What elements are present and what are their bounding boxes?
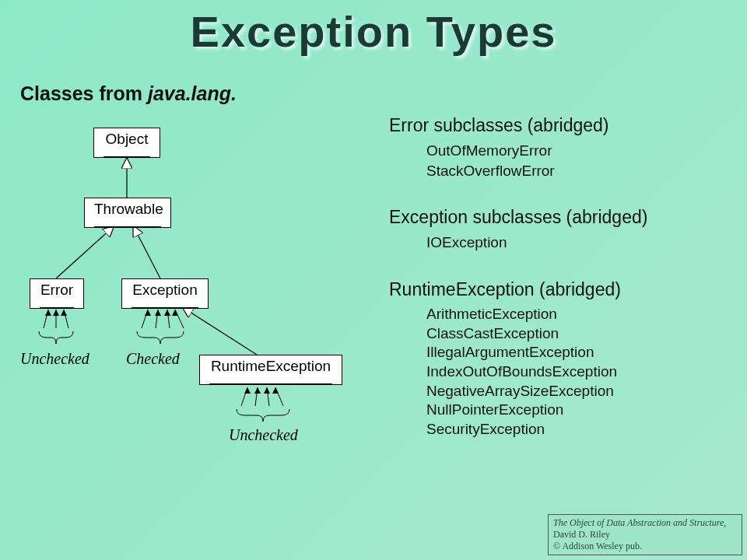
citation-copyright: © Addison Wesley pub.	[553, 541, 642, 551]
section-items-exception: IOException	[426, 233, 731, 253]
svg-marker-9	[61, 310, 67, 316]
svg-line-16	[175, 310, 184, 328]
section-heading-runtime: RuntimeException (abridged)	[389, 279, 731, 300]
svg-line-12	[156, 310, 158, 328]
list-item: NegativeArraySizeException	[426, 382, 731, 401]
svg-line-18	[241, 387, 247, 406]
list-item: StackOverflowError	[426, 161, 731, 181]
svg-marker-13	[155, 310, 161, 316]
list-item: IndexOutOfBoundsException	[426, 362, 731, 382]
page-title: Exception Types	[0, 6, 747, 57]
svg-line-20	[255, 387, 258, 406]
svg-marker-17	[172, 310, 178, 316]
svg-line-24	[275, 387, 283, 406]
svg-line-10	[142, 310, 148, 328]
uml-box-exception: Exception	[121, 278, 209, 309]
label-checked: Checked	[126, 350, 180, 368]
list-item: OutOfMemoryError	[426, 141, 731, 161]
svg-line-8	[64, 310, 68, 328]
section-heading-exception: Exception subclasses (abridged)	[389, 207, 731, 228]
section-heading-error: Error subclasses (abridged)	[389, 115, 731, 136]
uml-box-label: Object	[106, 131, 149, 147]
svg-marker-5	[45, 310, 51, 316]
subtitle-package: java.lang.	[148, 82, 237, 104]
svg-marker-15	[164, 310, 170, 316]
svg-line-1	[56, 227, 113, 278]
section-items-error: OutOfMemoryError StackOverflowError	[426, 141, 731, 180]
svg-line-2	[134, 227, 160, 278]
svg-marker-21	[254, 387, 261, 394]
list-item: NullPointerException	[426, 401, 731, 420]
svg-line-22	[267, 387, 269, 406]
svg-marker-19	[244, 387, 251, 394]
uml-box-label: Throwable	[94, 201, 163, 217]
svg-marker-7	[53, 310, 59, 316]
svg-marker-23	[264, 387, 270, 394]
label-unchecked-runtime: Unchecked	[229, 426, 298, 444]
citation-book-title: The Object of Data Abstraction and Struc…	[553, 517, 724, 528]
uml-box-error: Error	[30, 278, 84, 309]
section-items-runtime: ArithmeticException ClassCastException I…	[426, 305, 731, 439]
subclass-lists: Error subclasses (abridged) OutOfMemoryE…	[389, 115, 731, 455]
uml-diagram: Object Throwable Error Exception Runtime…	[0, 117, 374, 474]
uml-box-label: Exception	[132, 282, 197, 298]
uml-box-object: Object	[93, 128, 160, 158]
subtitle-prefix: Classes from	[20, 82, 148, 104]
list-item: SecurityException	[426, 420, 731, 439]
subtitle: Classes from java.lang.	[20, 82, 237, 105]
list-item: IOException	[426, 233, 731, 253]
svg-marker-25	[272, 387, 279, 394]
label-unchecked-error: Unchecked	[20, 350, 89, 368]
svg-line-3	[184, 308, 257, 355]
uml-box-label: Error	[40, 282, 73, 298]
uml-box-label: RuntimeException	[211, 358, 331, 374]
list-item: ArithmeticException	[426, 305, 731, 324]
svg-line-14	[167, 310, 170, 328]
list-item: ClassCastException	[426, 324, 731, 344]
svg-line-4	[44, 310, 48, 328]
uml-box-runtimeexception: RuntimeException	[199, 355, 342, 385]
list-item: IllegalArgumentException	[426, 343, 731, 362]
citation-footer: The Object of Data Abstraction and Struc…	[548, 514, 742, 555]
svg-marker-11	[145, 310, 151, 316]
uml-box-throwable: Throwable	[84, 198, 171, 228]
